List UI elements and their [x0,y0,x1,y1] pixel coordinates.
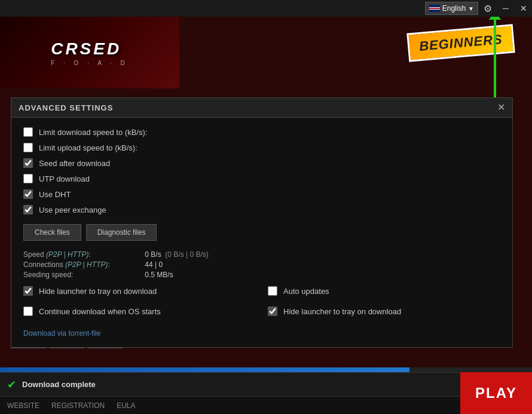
checkbox-row-hide-tray-2: Hide launcher to tray on download [268,306,500,316]
minimize-button[interactable]: ─ [497,0,514,17]
chevron-down-icon: ▼ [468,5,474,12]
hide-launcher-tray-label: Hide launcher to tray on download [39,287,157,296]
checkbox-row-continue-download: Continue download when OS starts [23,306,256,316]
seeding-value: 0.5 MB/s [145,271,173,279]
dialog-title: ADVANCED SETTINGS [19,103,113,112]
flag-icon [429,5,440,12]
window-close-button[interactable]: ✕ [515,0,532,17]
title-bar-controls: English ▼ ⚙ ─ ✕ [425,0,532,17]
speed-stat-row: Speed (P2P | HTTP): 0 B/s (0 B/s | 0 B/s… [23,250,500,259]
speed-label: Speed (P2P | HTTP): [23,250,143,259]
hide-launcher-tray-checkbox[interactable] [23,286,33,296]
status-bar: ✔ Download complete PLAY [0,372,532,396]
connections-value: 44 | 0 [145,260,163,269]
status-text: Download complete [22,380,96,389]
hide-launcher-tray-2-checkbox[interactable] [268,306,277,316]
continue-download-checkbox[interactable] [23,306,33,316]
background-area: CRSED F · O · A · D BEGINNERS ADVANCED S… [0,17,532,414]
play-button[interactable]: PLAY [460,372,532,414]
auto-updates-label: Auto updates [283,287,329,296]
checkbox-row-auto-updates: Auto updates [268,286,500,296]
checkbox-row-limit-upload: Limit upload speed to (kB/s): [23,143,500,152]
dialog-body: Limit download speed to (kB/s): Limit up… [11,118,512,347]
use-peer-exchange-checkbox[interactable] [23,205,33,214]
utp-download-label: UTP download [39,174,90,183]
download-torrent-link[interactable]: Download via torrent-file [23,329,100,338]
continue-download-label: Continue download when OS starts [39,307,161,316]
action-buttons-row: Check files Diagnostic files [23,224,500,241]
language-selector[interactable]: English ▼ [425,2,478,15]
use-dht-label: Use DHT [39,190,71,199]
hide-launcher-tray-2-label: Hide launcher to tray on download [283,307,401,316]
use-dht-checkbox[interactable] [23,189,33,199]
download-complete-icon: ✔ [7,378,16,391]
dialog-close-button[interactable]: ✕ [497,103,505,112]
check-files-button[interactable]: Check files [23,224,81,241]
seeding-stat-row: Seeding speed: 0.5 MB/s [23,271,500,279]
registration-link[interactable]: REGISTRATION [51,401,105,410]
connections-label: Connections (P2P | HTTP): [23,260,143,269]
progress-bar-fill [0,367,409,372]
dialog-titlebar: ADVANCED SETTINGS ✕ [11,98,512,118]
checkbox-row-hide-tray: Hide launcher to tray on download [23,286,256,296]
logo-area: CRSED F · O · A · D [0,17,179,88]
limit-upload-checkbox[interactable] [23,143,33,152]
seed-after-download-checkbox[interactable] [23,158,33,168]
bottom-checkboxes-grid: Hide launcher to tray on download Auto u… [23,286,500,322]
speed-value: 0 B/s (0 B/s | 0 B/s) [145,250,208,259]
bottom-bar: ✔ Download complete PLAY WEBSITE REGISTR… [0,367,532,414]
connections-stat-row: Connections (P2P | HTTP): 44 | 0 [23,260,500,269]
progress-bar-container [0,367,532,372]
game-logo-sub: F · O · A · D [51,60,129,66]
footer-links: WEBSITE REGISTRATION EULA Latest launche… [0,396,532,414]
seeding-label: Seeding speed: [23,271,143,279]
limit-download-label: Limit download speed to (kB/s): [39,128,147,137]
title-bar: English ▼ ⚙ ─ ✕ [0,0,532,17]
checkbox-row-utp: UTP download [23,174,500,183]
limit-upload-label: Limit upload speed to (kB/s): [39,143,137,152]
diagnostic-files-button[interactable]: Diagnostic files [86,224,157,241]
beginners-badge: BEGINNERS [406,24,515,62]
game-logo-title: CRSED [51,39,129,59]
checkbox-row-peer-exchange: Use peer exchange [23,205,500,214]
checkbox-row-limit-download: Limit download speed to (kB/s): [23,127,500,137]
limit-download-checkbox[interactable] [23,127,33,137]
website-link[interactable]: WEBSITE [7,401,39,410]
utp-download-checkbox[interactable] [23,174,33,183]
auto-updates-checkbox[interactable] [268,286,277,296]
seed-after-download-label: Seed after download [39,159,110,168]
eula-link[interactable]: EULA [117,401,135,410]
language-label: English [442,4,466,13]
use-peer-exchange-label: Use peer exchange [39,206,106,214]
checkbox-row-dht: Use DHT [23,189,500,199]
settings-button[interactable]: ⚙ [479,0,496,17]
advanced-settings-dialog: ADVANCED SETTINGS ✕ Limit download speed… [11,97,513,348]
checkbox-row-seed: Seed after download [23,158,500,168]
stats-section: Speed (P2P | HTTP): 0 B/s (0 B/s | 0 B/s… [23,250,500,279]
